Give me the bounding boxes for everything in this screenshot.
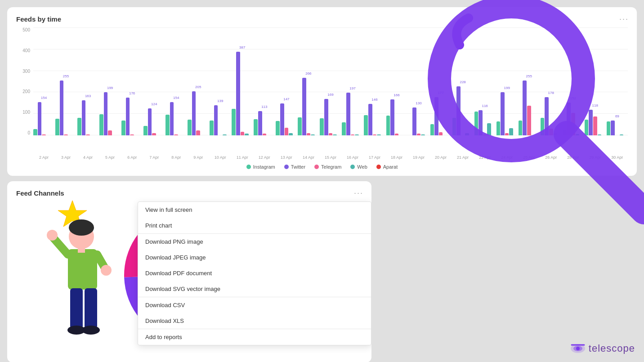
bar bbox=[289, 133, 293, 135]
bar-value-label: 177 bbox=[438, 91, 443, 95]
bar-value-label: 166 bbox=[394, 93, 399, 97]
bar-value-label: 199 bbox=[504, 86, 510, 90]
telescope-logo-text: telescope bbox=[589, 343, 635, 354]
bar-group: 255 bbox=[55, 80, 76, 135]
legend-item: Aparat bbox=[376, 164, 398, 170]
x-axis-label: 16 Apr bbox=[342, 155, 363, 160]
bar-group: 166 bbox=[386, 99, 407, 135]
bar-group: 199 bbox=[99, 92, 121, 135]
svg-point-6 bbox=[47, 230, 58, 241]
bar-group: 266 bbox=[298, 78, 319, 135]
bar-group: 152 bbox=[563, 103, 584, 135]
svg-rect-9 bbox=[85, 288, 97, 329]
svg-point-7 bbox=[101, 265, 112, 276]
legend-item: Telegram bbox=[314, 164, 341, 170]
bar bbox=[77, 118, 81, 135]
bar bbox=[130, 134, 134, 135]
bar-value-label: 228 bbox=[460, 80, 465, 84]
bar-value-label: 154 bbox=[41, 96, 47, 100]
x-axis-label: 28 Apr bbox=[563, 155, 584, 160]
bar bbox=[223, 134, 227, 135]
bar-value-label: 176 bbox=[129, 91, 135, 95]
menu-item[interactable]: Download JPEG image bbox=[138, 250, 371, 265]
bar bbox=[60, 80, 64, 135]
bar-group: 177 bbox=[430, 97, 452, 135]
feed-channels-menu-button[interactable]: ··· bbox=[354, 188, 363, 198]
bottom-section: Feed Channels ··· View in full screenPri… bbox=[7, 181, 637, 362]
menu-item[interactable]: Download CSV bbox=[138, 297, 371, 313]
bar bbox=[333, 134, 337, 135]
bar bbox=[188, 120, 192, 135]
x-axis-label: 20 Apr bbox=[430, 155, 452, 160]
chart-legend: InstagramTwitterTelegramWebAparat bbox=[16, 164, 628, 170]
x-axis-label: 7 Apr bbox=[143, 155, 165, 160]
bar-value-label: 199 bbox=[107, 86, 113, 90]
bar bbox=[479, 110, 483, 135]
x-axis-label: 30 Apr bbox=[607, 155, 628, 160]
bar-group: 113 bbox=[254, 111, 275, 135]
bar bbox=[86, 134, 90, 135]
svg-point-2 bbox=[69, 219, 94, 236]
bar-group: 130 bbox=[408, 107, 429, 135]
menu-item[interactable]: View in full screen bbox=[138, 202, 371, 218]
menu-section: View in full screenPrint chart bbox=[138, 202, 371, 234]
x-axis-label: 13 Apr bbox=[276, 155, 297, 160]
bar-value-label: 163 bbox=[85, 94, 91, 98]
bar bbox=[210, 121, 214, 135]
x-axis-label: 10 Apr bbox=[210, 155, 231, 160]
bar-chart-area: 0 100 200 300 400 500 154255163199176124… bbox=[16, 27, 628, 153]
x-axis-label: 11 Apr bbox=[232, 155, 253, 160]
bar-group: 199 bbox=[496, 92, 518, 135]
menu-item[interactable]: Download SVG vector image bbox=[138, 281, 371, 297]
y-axis-labels: 0 100 200 300 400 500 bbox=[16, 27, 32, 135]
feeds-by-time-title: Feeds by time bbox=[16, 15, 628, 23]
bar bbox=[456, 86, 461, 135]
menu-item[interactable]: Download PNG image bbox=[138, 234, 371, 250]
bar-value-label: 154 bbox=[173, 96, 179, 100]
bar bbox=[241, 132, 245, 135]
bar bbox=[298, 117, 302, 135]
x-axis-label: 22 Apr bbox=[474, 155, 496, 160]
bar bbox=[236, 52, 240, 135]
bar bbox=[439, 132, 443, 135]
menu-item[interactable]: Print chart bbox=[138, 218, 371, 233]
bar bbox=[258, 111, 262, 135]
x-axis-label: 25 Apr bbox=[519, 155, 540, 160]
bar-value-label: 130 bbox=[416, 101, 421, 105]
bar bbox=[430, 124, 434, 135]
bar-value-label: 197 bbox=[349, 86, 355, 90]
bar bbox=[38, 102, 42, 135]
bar bbox=[33, 129, 37, 135]
x-axis-label: 4 Apr bbox=[77, 155, 98, 160]
bar bbox=[576, 134, 580, 135]
x-axis-label: 9 Apr bbox=[188, 155, 209, 160]
legend-label: Twitter bbox=[291, 164, 305, 170]
bar bbox=[192, 91, 196, 135]
bar-value-label: 205 bbox=[195, 85, 201, 89]
bar bbox=[519, 121, 523, 135]
x-axis-labels: 2 Apr3 Apr4 Apr5 Apr6 Apr7 Apr8 Apr9 Apr… bbox=[33, 155, 628, 160]
bar bbox=[487, 123, 491, 135]
bar-group: 228 bbox=[452, 86, 474, 135]
menu-item[interactable]: Download PDF document bbox=[138, 265, 371, 281]
bars-wrapper: 1542551631991761241542051393871131472661… bbox=[33, 52, 628, 135]
bar-group: 139 bbox=[210, 105, 231, 135]
chart-bars: 1542551631991761241542051393871131472661… bbox=[33, 27, 628, 135]
bar-value-label: 118 bbox=[592, 103, 598, 107]
bar bbox=[214, 105, 218, 135]
feeds-by-time-card: Feeds by time ··· 0 100 200 300 400 500 bbox=[7, 7, 637, 176]
bar bbox=[148, 108, 152, 135]
bar-value-label: 139 bbox=[217, 99, 223, 103]
bar bbox=[99, 114, 103, 135]
bar bbox=[42, 134, 46, 135]
feeds-by-time-menu-button[interactable]: ··· bbox=[619, 14, 629, 24]
bar-group: 255 bbox=[519, 80, 540, 135]
x-axis-label: 18 Apr bbox=[386, 155, 407, 160]
bar bbox=[174, 134, 178, 135]
menu-item[interactable]: Download XLS bbox=[138, 313, 371, 329]
bar bbox=[311, 134, 315, 135]
menu-item[interactable]: Add to reports bbox=[138, 329, 371, 345]
bar-value-label: 169 bbox=[327, 93, 333, 97]
bar-group: 146 bbox=[364, 104, 385, 135]
legend-item: Instagram bbox=[246, 164, 275, 170]
